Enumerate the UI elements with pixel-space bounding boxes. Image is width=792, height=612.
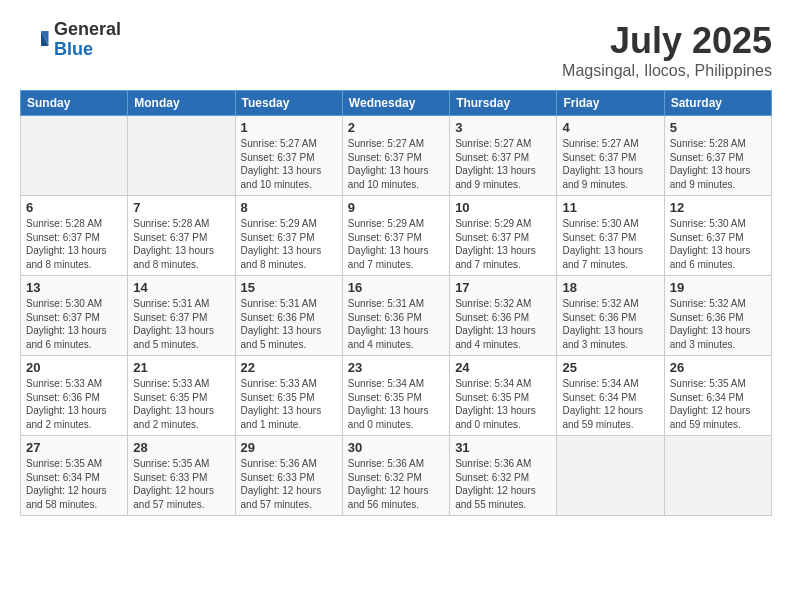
- day-number: 7: [133, 200, 229, 215]
- day-info: Sunrise: 5:28 AM Sunset: 6:37 PM Dayligh…: [670, 137, 766, 191]
- day-number: 3: [455, 120, 551, 135]
- calendar-header: SundayMondayTuesdayWednesdayThursdayFrid…: [21, 91, 772, 116]
- day-number: 29: [241, 440, 337, 455]
- calendar-day-cell: 6Sunrise: 5:28 AM Sunset: 6:37 PM Daylig…: [21, 196, 128, 276]
- day-info: Sunrise: 5:36 AM Sunset: 6:32 PM Dayligh…: [455, 457, 551, 511]
- day-number: 1: [241, 120, 337, 135]
- day-info: Sunrise: 5:29 AM Sunset: 6:37 PM Dayligh…: [348, 217, 444, 271]
- day-number: 15: [241, 280, 337, 295]
- calendar-week-row: 20Sunrise: 5:33 AM Sunset: 6:36 PM Dayli…: [21, 356, 772, 436]
- day-info: Sunrise: 5:36 AM Sunset: 6:32 PM Dayligh…: [348, 457, 444, 511]
- day-info: Sunrise: 5:33 AM Sunset: 6:35 PM Dayligh…: [133, 377, 229, 431]
- day-info: Sunrise: 5:31 AM Sunset: 6:37 PM Dayligh…: [133, 297, 229, 351]
- day-info: Sunrise: 5:30 AM Sunset: 6:37 PM Dayligh…: [26, 297, 122, 351]
- day-info: Sunrise: 5:32 AM Sunset: 6:36 PM Dayligh…: [562, 297, 658, 351]
- day-info: Sunrise: 5:28 AM Sunset: 6:37 PM Dayligh…: [26, 217, 122, 271]
- day-number: 11: [562, 200, 658, 215]
- day-info: Sunrise: 5:35 AM Sunset: 6:33 PM Dayligh…: [133, 457, 229, 511]
- day-info: Sunrise: 5:27 AM Sunset: 6:37 PM Dayligh…: [241, 137, 337, 191]
- day-number: 28: [133, 440, 229, 455]
- calendar-day-cell: 7Sunrise: 5:28 AM Sunset: 6:37 PM Daylig…: [128, 196, 235, 276]
- day-number: 13: [26, 280, 122, 295]
- day-info: Sunrise: 5:36 AM Sunset: 6:33 PM Dayligh…: [241, 457, 337, 511]
- calendar-day-cell: 17Sunrise: 5:32 AM Sunset: 6:36 PM Dayli…: [450, 276, 557, 356]
- calendar-day-cell: 13Sunrise: 5:30 AM Sunset: 6:37 PM Dayli…: [21, 276, 128, 356]
- calendar-day-cell: 11Sunrise: 5:30 AM Sunset: 6:37 PM Dayli…: [557, 196, 664, 276]
- calendar-day-cell: 12Sunrise: 5:30 AM Sunset: 6:37 PM Dayli…: [664, 196, 771, 276]
- calendar-day-cell: 28Sunrise: 5:35 AM Sunset: 6:33 PM Dayli…: [128, 436, 235, 516]
- day-info: Sunrise: 5:33 AM Sunset: 6:36 PM Dayligh…: [26, 377, 122, 431]
- weekday-header: Monday: [128, 91, 235, 116]
- day-info: Sunrise: 5:27 AM Sunset: 6:37 PM Dayligh…: [348, 137, 444, 191]
- day-info: Sunrise: 5:35 AM Sunset: 6:34 PM Dayligh…: [26, 457, 122, 511]
- calendar-day-cell: 29Sunrise: 5:36 AM Sunset: 6:33 PM Dayli…: [235, 436, 342, 516]
- calendar-day-cell: [21, 116, 128, 196]
- calendar-day-cell: 1Sunrise: 5:27 AM Sunset: 6:37 PM Daylig…: [235, 116, 342, 196]
- calendar-day-cell: 30Sunrise: 5:36 AM Sunset: 6:32 PM Dayli…: [342, 436, 449, 516]
- location: Magsingal, Ilocos, Philippines: [562, 62, 772, 80]
- calendar-day-cell: 4Sunrise: 5:27 AM Sunset: 6:37 PM Daylig…: [557, 116, 664, 196]
- calendar-day-cell: 24Sunrise: 5:34 AM Sunset: 6:35 PM Dayli…: [450, 356, 557, 436]
- calendar-day-cell: 15Sunrise: 5:31 AM Sunset: 6:36 PM Dayli…: [235, 276, 342, 356]
- calendar-week-row: 6Sunrise: 5:28 AM Sunset: 6:37 PM Daylig…: [21, 196, 772, 276]
- calendar-day-cell: 3Sunrise: 5:27 AM Sunset: 6:37 PM Daylig…: [450, 116, 557, 196]
- weekday-header: Thursday: [450, 91, 557, 116]
- calendar-day-cell: 20Sunrise: 5:33 AM Sunset: 6:36 PM Dayli…: [21, 356, 128, 436]
- day-number: 10: [455, 200, 551, 215]
- weekday-header: Tuesday: [235, 91, 342, 116]
- day-info: Sunrise: 5:30 AM Sunset: 6:37 PM Dayligh…: [670, 217, 766, 271]
- day-number: 5: [670, 120, 766, 135]
- calendar-day-cell: 25Sunrise: 5:34 AM Sunset: 6:34 PM Dayli…: [557, 356, 664, 436]
- logo: General Blue: [20, 20, 121, 60]
- title-block: July 2025 Magsingal, Ilocos, Philippines: [562, 20, 772, 80]
- day-info: Sunrise: 5:29 AM Sunset: 6:37 PM Dayligh…: [241, 217, 337, 271]
- logo-blue: Blue: [54, 39, 93, 59]
- day-info: Sunrise: 5:34 AM Sunset: 6:34 PM Dayligh…: [562, 377, 658, 431]
- day-info: Sunrise: 5:32 AM Sunset: 6:36 PM Dayligh…: [670, 297, 766, 351]
- day-number: 20: [26, 360, 122, 375]
- day-info: Sunrise: 5:29 AM Sunset: 6:37 PM Dayligh…: [455, 217, 551, 271]
- day-number: 12: [670, 200, 766, 215]
- day-number: 16: [348, 280, 444, 295]
- calendar-day-cell: 22Sunrise: 5:33 AM Sunset: 6:35 PM Dayli…: [235, 356, 342, 436]
- day-number: 6: [26, 200, 122, 215]
- calendar-day-cell: 27Sunrise: 5:35 AM Sunset: 6:34 PM Dayli…: [21, 436, 128, 516]
- day-info: Sunrise: 5:31 AM Sunset: 6:36 PM Dayligh…: [241, 297, 337, 351]
- day-number: 22: [241, 360, 337, 375]
- calendar-day-cell: 2Sunrise: 5:27 AM Sunset: 6:37 PM Daylig…: [342, 116, 449, 196]
- day-info: Sunrise: 5:27 AM Sunset: 6:37 PM Dayligh…: [562, 137, 658, 191]
- page-header: General Blue July 2025 Magsingal, Ilocos…: [20, 20, 772, 80]
- day-number: 14: [133, 280, 229, 295]
- logo-general: General: [54, 19, 121, 39]
- calendar-day-cell: [664, 436, 771, 516]
- header-row: SundayMondayTuesdayWednesdayThursdayFrid…: [21, 91, 772, 116]
- day-number: 17: [455, 280, 551, 295]
- weekday-header: Saturday: [664, 91, 771, 116]
- day-number: 31: [455, 440, 551, 455]
- calendar-day-cell: 21Sunrise: 5:33 AM Sunset: 6:35 PM Dayli…: [128, 356, 235, 436]
- day-number: 19: [670, 280, 766, 295]
- calendar-day-cell: 23Sunrise: 5:34 AM Sunset: 6:35 PM Dayli…: [342, 356, 449, 436]
- day-number: 2: [348, 120, 444, 135]
- day-info: Sunrise: 5:28 AM Sunset: 6:37 PM Dayligh…: [133, 217, 229, 271]
- logo-icon: [20, 25, 50, 55]
- day-info: Sunrise: 5:27 AM Sunset: 6:37 PM Dayligh…: [455, 137, 551, 191]
- day-info: Sunrise: 5:32 AM Sunset: 6:36 PM Dayligh…: [455, 297, 551, 351]
- calendar-day-cell: 31Sunrise: 5:36 AM Sunset: 6:32 PM Dayli…: [450, 436, 557, 516]
- day-info: Sunrise: 5:34 AM Sunset: 6:35 PM Dayligh…: [455, 377, 551, 431]
- day-number: 21: [133, 360, 229, 375]
- calendar-day-cell: 10Sunrise: 5:29 AM Sunset: 6:37 PM Dayli…: [450, 196, 557, 276]
- calendar-day-cell: 9Sunrise: 5:29 AM Sunset: 6:37 PM Daylig…: [342, 196, 449, 276]
- calendar-week-row: 1Sunrise: 5:27 AM Sunset: 6:37 PM Daylig…: [21, 116, 772, 196]
- calendar-day-cell: 8Sunrise: 5:29 AM Sunset: 6:37 PM Daylig…: [235, 196, 342, 276]
- day-number: 18: [562, 280, 658, 295]
- day-number: 30: [348, 440, 444, 455]
- day-info: Sunrise: 5:30 AM Sunset: 6:37 PM Dayligh…: [562, 217, 658, 271]
- day-info: Sunrise: 5:34 AM Sunset: 6:35 PM Dayligh…: [348, 377, 444, 431]
- month-title: July 2025: [562, 20, 772, 62]
- logo-text: General Blue: [54, 20, 121, 60]
- calendar-table: SundayMondayTuesdayWednesdayThursdayFrid…: [20, 90, 772, 516]
- day-info: Sunrise: 5:35 AM Sunset: 6:34 PM Dayligh…: [670, 377, 766, 431]
- weekday-header: Wednesday: [342, 91, 449, 116]
- calendar-day-cell: 18Sunrise: 5:32 AM Sunset: 6:36 PM Dayli…: [557, 276, 664, 356]
